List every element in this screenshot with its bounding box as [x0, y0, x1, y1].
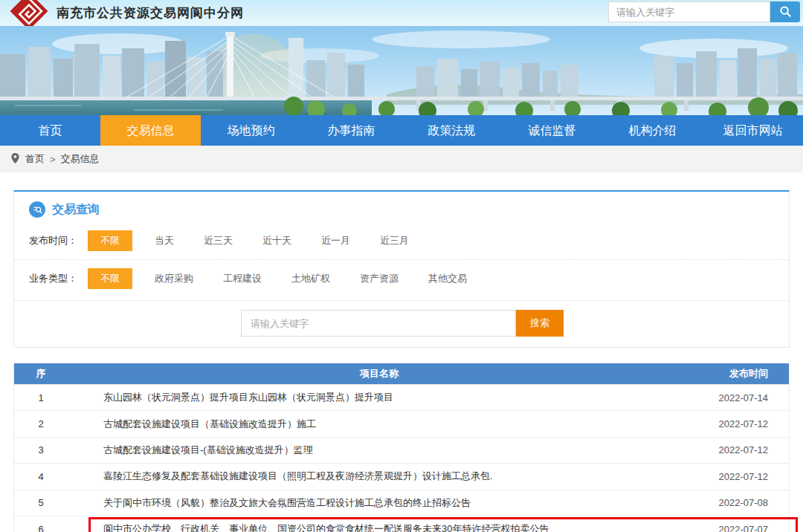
- breadcrumb-current: 交易信息: [61, 152, 100, 166]
- row-number: 4: [14, 471, 68, 482]
- table-row-6[interactable]: 6阆中市公办学校、行政机关、事业单位、国资公司的食堂食材统一配送服务未来30年特…: [14, 516, 789, 532]
- filter-option[interactable]: 近一月: [321, 230, 350, 251]
- table-row-1[interactable]: 1东山园林（状元洞景点）提升项目东山园林（状元洞景点）提升项目2022-07-1…: [14, 384, 789, 410]
- nav-item-0[interactable]: 首页: [0, 115, 100, 146]
- nav-item-1[interactable]: 交易信息: [100, 115, 201, 146]
- logo-icon: [9, 0, 49, 26]
- filter-option[interactable]: 当天: [155, 230, 174, 251]
- filter-option[interactable]: 土地矿权: [291, 268, 330, 289]
- site-header: 南充市公共资源交易网阆中分网: [0, 0, 803, 26]
- city-banner: [0, 26, 803, 115]
- col-header-date: 发布时间: [691, 367, 789, 380]
- panel-search: 搜索: [14, 300, 789, 347]
- query-search-icon: [29, 201, 45, 218]
- query-panel-title: 交易查询: [52, 202, 100, 218]
- row-publish-date: 2022-07-08: [691, 497, 789, 508]
- row-number: 5: [14, 497, 68, 508]
- filter-row-1: 业务类型：不限政府采购工程建设土地矿权资产资源其他交易: [14, 259, 789, 297]
- table-row-5[interactable]: 5关于阆中市环境（风貌）整治及文旅大会氛围营造工程设计施工总承包的终止招标公告2…: [14, 490, 789, 516]
- row-project-title[interactable]: 阆中市公办学校、行政机关、事业单位、国资公司的食堂食材统一配送服务未来30年特许…: [68, 522, 691, 532]
- row-project-title[interactable]: 嘉陵江生态修复及配套基础设施建设项目（照明工程及夜游经济景观提升）设计施工总承包…: [68, 470, 691, 483]
- row-publish-date: 2022-07-12: [691, 418, 789, 429]
- filter-label-1: 业务类型：: [29, 272, 77, 285]
- nav-item-7[interactable]: 返回市网站: [703, 115, 803, 146]
- row-number: 6: [14, 524, 68, 532]
- filter-option[interactable]: 近十天: [262, 230, 291, 251]
- filter-option[interactable]: 其他交易: [428, 268, 467, 289]
- breadcrumb-separator: >: [50, 154, 56, 165]
- filter-option[interactable]: 政府采购: [155, 268, 193, 289]
- site-title: 南充市公共资源交易网阆中分网: [57, 4, 244, 22]
- nav-item-5[interactable]: 诚信监督: [502, 115, 602, 146]
- main-nav: 首页交易信息场地预约办事指南政策法规诚信监督机构介绍返回市网站: [0, 115, 803, 146]
- col-header-no: 序: [14, 367, 68, 380]
- breadcrumb: 首页 > 交易信息: [0, 146, 803, 172]
- col-header-title: 项目名称: [68, 367, 691, 380]
- row-number: 3: [14, 444, 68, 455]
- row-publish-date: 2022-07-12: [691, 444, 789, 455]
- row-project-title[interactable]: 古城配套设施建设项目（基础设施改造提升）施工: [68, 418, 691, 431]
- header-search-input[interactable]: [608, 1, 770, 22]
- filter-option[interactable]: 近三天: [204, 230, 233, 251]
- filter-option[interactable]: 不限: [88, 268, 132, 289]
- table-row-4[interactable]: 4嘉陵江生态修复及配套基础设施建设项目（照明工程及夜游经济景观提升）设计施工总承…: [14, 463, 789, 489]
- filter-rows: 发布时间：不限当天近三天近十天近一月近三月业务类型：不限政府采购工程建设土地矿权…: [14, 222, 789, 297]
- table-row-2[interactable]: 2古城配套设施建设项目（基础设施改造提升）施工2022-07-12: [14, 410, 789, 436]
- nav-item-4[interactable]: 政策法规: [402, 115, 502, 146]
- table-body: 1东山园林（状元洞景点）提升项目东山园林（状元洞景点）提升项目2022-07-1…: [14, 384, 789, 532]
- row-project-title[interactable]: 古城配套设施建设项目-(基础设施改造提升）监理: [68, 444, 691, 457]
- filter-option[interactable]: 工程建设: [223, 268, 262, 289]
- panel-search-input[interactable]: [241, 310, 516, 337]
- filter-row-0: 发布时间：不限当天近三天近十天近一月近三月: [14, 222, 789, 259]
- nav-item-2[interactable]: 场地预约: [201, 115, 301, 146]
- panel-search-button[interactable]: 搜索: [516, 310, 564, 337]
- filter-option[interactable]: 近三月: [380, 230, 409, 251]
- nav-item-3[interactable]: 办事指南: [301, 115, 402, 146]
- filter-option[interactable]: 不限: [88, 230, 132, 251]
- row-publish-date: 2022-07-14: [691, 392, 789, 403]
- header-search: [608, 1, 800, 22]
- row-project-title[interactable]: 东山园林（状元洞景点）提升项目东山园林（状元洞景点）提升项目: [68, 391, 691, 404]
- table-header-row: 序 项目名称 发布时间: [14, 363, 789, 384]
- table-row-3[interactable]: 3古城配套设施建设项目-(基础设施改造提升）监理2022-07-12: [14, 437, 789, 463]
- results-table: 序 项目名称 发布时间 1东山园林（状元洞景点）提升项目东山园林（状元洞景点）提…: [13, 363, 790, 532]
- row-number: 1: [14, 392, 68, 403]
- row-project-title[interactable]: 关于阆中市环境（风貌）整治及文旅大会氛围营造工程设计施工总承包的终止招标公告: [68, 496, 691, 510]
- row-number: 2: [14, 418, 68, 429]
- query-panel: 交易查询 发布时间：不限当天近三天近十天近一月近三月业务类型：不限政府采购工程建…: [13, 190, 790, 348]
- breadcrumb-home[interactable]: 首页: [25, 152, 45, 166]
- header-search-button[interactable]: [770, 1, 800, 22]
- row-publish-date: 2022-07-07: [691, 524, 789, 532]
- row-publish-date: 2022-07-12: [691, 471, 789, 482]
- location-pin-icon: [10, 152, 20, 166]
- filter-label-0: 发布时间：: [29, 234, 77, 247]
- search-icon: [778, 4, 792, 20]
- nav-item-6[interactable]: 机构介绍: [602, 115, 703, 146]
- filter-option[interactable]: 资产资源: [360, 268, 399, 289]
